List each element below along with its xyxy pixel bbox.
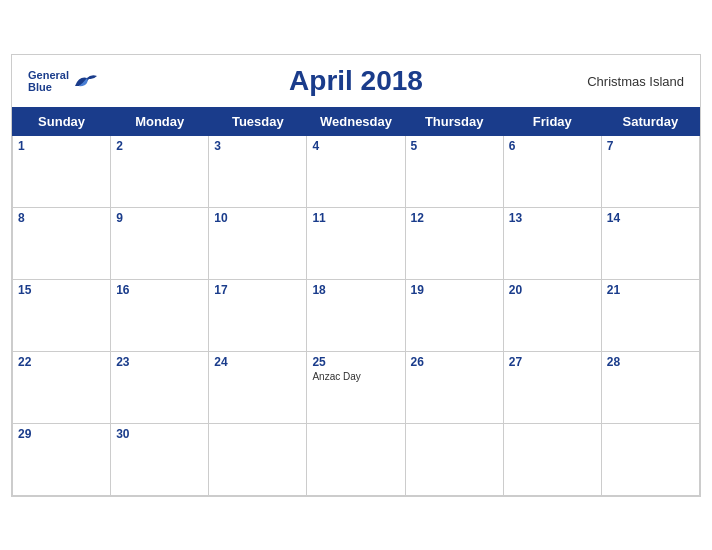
day-number: 15 — [18, 283, 105, 297]
day-number: 6 — [509, 139, 596, 153]
week-row-5: 2930 — [13, 423, 700, 495]
day-cell — [307, 423, 405, 495]
day-cell: 17 — [209, 279, 307, 351]
day-number: 10 — [214, 211, 301, 225]
day-number: 16 — [116, 283, 203, 297]
day-cell: 12 — [405, 207, 503, 279]
day-cell — [503, 423, 601, 495]
header-monday: Monday — [111, 107, 209, 135]
day-cell — [601, 423, 699, 495]
day-cell: 6 — [503, 135, 601, 207]
day-number: 8 — [18, 211, 105, 225]
day-number: 23 — [116, 355, 203, 369]
day-number: 21 — [607, 283, 694, 297]
day-cell: 4 — [307, 135, 405, 207]
day-number: 1 — [18, 139, 105, 153]
day-cell: 16 — [111, 279, 209, 351]
day-number: 7 — [607, 139, 694, 153]
day-cell: 13 — [503, 207, 601, 279]
header-tuesday: Tuesday — [209, 107, 307, 135]
day-number: 25 — [312, 355, 399, 369]
day-cell: 5 — [405, 135, 503, 207]
day-number: 3 — [214, 139, 301, 153]
day-number: 26 — [411, 355, 498, 369]
header-saturday: Saturday — [601, 107, 699, 135]
day-cell: 7 — [601, 135, 699, 207]
day-number: 22 — [18, 355, 105, 369]
day-cell: 18 — [307, 279, 405, 351]
day-cell: 26 — [405, 351, 503, 423]
day-number: 11 — [312, 211, 399, 225]
day-cell — [209, 423, 307, 495]
day-cell: 3 — [209, 135, 307, 207]
day-cell: 11 — [307, 207, 405, 279]
week-row-4: 22232425Anzac Day262728 — [13, 351, 700, 423]
day-number: 20 — [509, 283, 596, 297]
week-row-2: 891011121314 — [13, 207, 700, 279]
day-cell: 20 — [503, 279, 601, 351]
day-number: 17 — [214, 283, 301, 297]
day-number: 4 — [312, 139, 399, 153]
logo-bird-icon — [71, 72, 99, 90]
day-number: 14 — [607, 211, 694, 225]
day-cell: 8 — [13, 207, 111, 279]
day-cell: 30 — [111, 423, 209, 495]
header-thursday: Thursday — [405, 107, 503, 135]
header-wednesday: Wednesday — [307, 107, 405, 135]
holiday-name: Anzac Day — [312, 371, 399, 382]
day-cell: 14 — [601, 207, 699, 279]
day-number: 2 — [116, 139, 203, 153]
day-number: 29 — [18, 427, 105, 441]
day-cell: 29 — [13, 423, 111, 495]
day-cell: 24 — [209, 351, 307, 423]
header-sunday: Sunday — [13, 107, 111, 135]
day-cell: 28 — [601, 351, 699, 423]
day-number: 24 — [214, 355, 301, 369]
day-cell: 15 — [13, 279, 111, 351]
day-number: 28 — [607, 355, 694, 369]
header-friday: Friday — [503, 107, 601, 135]
logo-blue-text: Blue — [28, 81, 69, 93]
day-number: 30 — [116, 427, 203, 441]
day-cell: 21 — [601, 279, 699, 351]
calendar-container: General Blue April 2018 Christmas Island… — [11, 54, 701, 497]
day-cell — [405, 423, 503, 495]
week-row-1: 1234567 — [13, 135, 700, 207]
day-number: 18 — [312, 283, 399, 297]
day-cell: 9 — [111, 207, 209, 279]
weekday-header-row: Sunday Monday Tuesday Wednesday Thursday… — [13, 107, 700, 135]
calendar-grid: Sunday Monday Tuesday Wednesday Thursday… — [12, 107, 700, 496]
day-number: 5 — [411, 139, 498, 153]
logo-area: General Blue — [28, 68, 99, 92]
day-cell: 22 — [13, 351, 111, 423]
week-row-3: 15161718192021 — [13, 279, 700, 351]
day-cell: 27 — [503, 351, 601, 423]
day-cell: 2 — [111, 135, 209, 207]
day-cell: 25Anzac Day — [307, 351, 405, 423]
day-cell: 10 — [209, 207, 307, 279]
logo-general-text: General — [28, 68, 69, 80]
day-number: 19 — [411, 283, 498, 297]
day-number: 12 — [411, 211, 498, 225]
calendar-header: General Blue April 2018 Christmas Island — [12, 55, 700, 107]
day-number: 27 — [509, 355, 596, 369]
day-number: 13 — [509, 211, 596, 225]
calendar-body: 1234567891011121314151617181920212223242… — [13, 135, 700, 495]
calendar-title: April 2018 — [289, 65, 423, 97]
day-cell: 23 — [111, 351, 209, 423]
day-cell: 19 — [405, 279, 503, 351]
day-number: 9 — [116, 211, 203, 225]
region-label: Christmas Island — [587, 73, 684, 88]
day-cell: 1 — [13, 135, 111, 207]
